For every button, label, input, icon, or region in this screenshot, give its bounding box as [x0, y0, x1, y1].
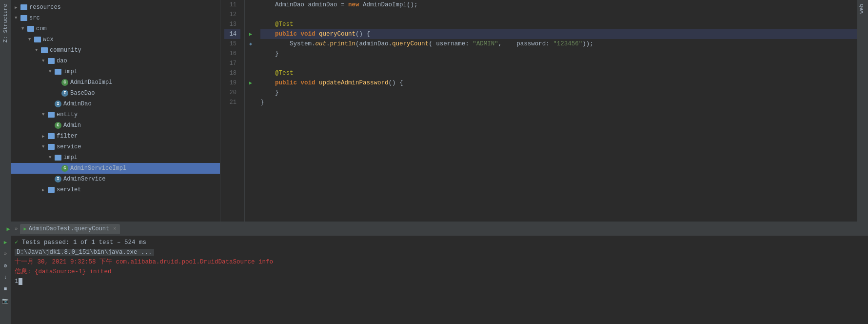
- web-strip: Web: [857, 0, 868, 222]
- interface-icon-AdminService: I: [55, 176, 61, 182]
- folder-icon-src: [20, 15, 27, 21]
- tree-item-AdminServiceImpl[interactable]: CAdminServiceImpl: [11, 163, 220, 174]
- tree-arrow-wcx[interactable]: ▼: [28, 37, 34, 42]
- tree-item-src[interactable]: ▼src: [11, 13, 220, 23]
- code-content: 1112131415161718192021 ▶◈▶ AdminDao admi…: [220, 0, 857, 222]
- log-line-1: 十一月 30, 2021 9:32:58 下午 com.alibaba.drui…: [15, 257, 864, 267]
- line-num-15: 15: [224, 39, 240, 49]
- gutter-cell-19[interactable]: ▶: [245, 78, 256, 88]
- gutter-cell-12: [245, 10, 256, 20]
- code-lines[interactable]: AdminDao adminDao = new AdminDaoImpl(); …: [256, 0, 857, 222]
- code-line-18[interactable]: @Test: [260, 68, 857, 78]
- line-num-20: 20: [224, 88, 240, 98]
- tree-label-dao: dao: [57, 58, 67, 64]
- tree-item-Admin[interactable]: CAdmin: [11, 120, 220, 131]
- class-icon-Admin: C: [55, 122, 61, 129]
- tree-item-AdminService[interactable]: IAdminService: [11, 174, 220, 184]
- run-tab-label: AdminDaoTest.queryCount: [29, 225, 110, 232]
- tree-label-AdminDaoImpl: AdminDaoImpl: [70, 79, 112, 86]
- tree-arrow-impl[interactable]: ▼: [49, 69, 55, 74]
- tree-item-filter[interactable]: ▶filter: [11, 131, 220, 142]
- tree-arrow-entity[interactable]: ▼: [42, 112, 48, 117]
- run-tab-icon: ▶: [24, 226, 27, 232]
- bottom-tool3[interactable]: ⚙: [1, 261, 10, 270]
- tree-label-Admin: Admin: [63, 122, 81, 129]
- tree-label-src: src: [29, 15, 40, 21]
- folder-icon-wcx: [34, 37, 41, 42]
- tree-arrow-service[interactable]: ▼: [42, 144, 48, 149]
- line-num-13: 13: [224, 20, 240, 29]
- web-tab[interactable]: Web: [857, 0, 866, 18]
- folder-icon-service: [48, 144, 55, 150]
- tree-item-servlet[interactable]: ▶servlet: [11, 184, 220, 195]
- bottom-content: ▶ » ⚙ ↓ ■ 📷 ✓ Tests passed: 1 of 1 test …: [0, 236, 868, 324]
- bottom-run-btn[interactable]: ▶: [1, 238, 10, 246]
- gutter-cell-21: [245, 98, 256, 107]
- tree-label-AdminServiceImpl: AdminServiceImpl: [70, 165, 126, 172]
- folder-icon-entity: [48, 112, 55, 118]
- tree-arrow-dao[interactable]: ▼: [42, 59, 48, 63]
- bottom-skip-btn[interactable]: »: [1, 249, 10, 258]
- tree-label-community: community: [50, 47, 81, 54]
- bottom-tool5[interactable]: ■: [1, 284, 10, 293]
- line-num-18: 18: [224, 68, 240, 78]
- code-editor: 1112131415161718192021 ▶◈▶ AdminDao admi…: [220, 0, 857, 222]
- code-line-14[interactable]: public void queryCount() {: [260, 29, 857, 39]
- tree-item-wcx[interactable]: ▼wcx: [11, 34, 220, 45]
- file-tree-panel: ▶resources▼src▼com▼wcx▼community▼dao▼imp…: [11, 0, 220, 222]
- tree-item-community[interactable]: ▼community: [11, 45, 220, 56]
- folder-icon-dao: [48, 58, 55, 64]
- tree-label-resources: resources: [29, 4, 61, 11]
- code-line-17[interactable]: [260, 59, 857, 68]
- log-line-2: 信息: {dataSource-1} inited: [15, 267, 864, 277]
- tree-item-AdminDaoImpl[interactable]: CAdminDaoImpl: [11, 77, 220, 88]
- tree-item-AdminDao[interactable]: IAdminDao: [11, 99, 220, 109]
- line-num-21: 21: [224, 98, 240, 107]
- tree-item-BaseDao[interactable]: IBaseDao: [11, 88, 220, 99]
- line-num-14: 14: [224, 29, 240, 39]
- bottom-tool4[interactable]: ↓: [1, 273, 10, 282]
- run-gutter-icon[interactable]: ▶: [249, 31, 252, 37]
- command-line: D:\Java\jdk1.8.0_151\bin\java.exe ...: [15, 247, 864, 257]
- tree-arrow-src[interactable]: ▼: [15, 16, 20, 20]
- code-line-13[interactable]: @Test: [260, 20, 857, 29]
- code-line-20[interactable]: }: [260, 88, 857, 98]
- result-line: 1: [15, 277, 864, 286]
- tree-arrow-community[interactable]: ▼: [35, 48, 41, 53]
- tree-arrow-filter[interactable]: ▶: [42, 134, 48, 139]
- tree-arrow-servlet[interactable]: ▶: [42, 187, 48, 193]
- line-numbers: 1112131415161718192021: [220, 0, 245, 222]
- tree-item-impl[interactable]: ▼impl: [11, 66, 220, 77]
- structure-tab[interactable]: Z: Structure: [1, 0, 10, 46]
- tree-item-entity[interactable]: ▼entity: [11, 109, 220, 120]
- gutter-cell-17: [245, 59, 256, 68]
- code-line-11[interactable]: AdminDao adminDao = new AdminDaoImpl();: [260, 0, 857, 10]
- tree-item-impl2[interactable]: ▼impl: [11, 152, 220, 163]
- code-line-15[interactable]: System.out.println(adminDao.queryCount( …: [260, 39, 857, 49]
- tree-arrow-impl2[interactable]: ▼: [49, 155, 55, 160]
- code-line-19[interactable]: public void updateAdminPassword() {: [260, 78, 857, 88]
- tree-item-com[interactable]: ▼com: [11, 23, 220, 34]
- run-tab-close[interactable]: ×: [113, 226, 116, 232]
- bottom-tool6[interactable]: 📷: [1, 296, 10, 305]
- cursor: [19, 278, 22, 285]
- code-line-12[interactable]: [260, 10, 857, 20]
- tree-item-service[interactable]: ▼service: [11, 142, 220, 152]
- folder-icon-impl: [55, 69, 61, 75]
- gutter-cell-15[interactable]: ◈: [245, 39, 256, 49]
- run-button[interactable]: ▶: [4, 224, 13, 233]
- tree-item-dao[interactable]: ▼dao: [11, 56, 220, 66]
- run-gutter-icon[interactable]: ▶: [249, 80, 252, 86]
- file-tree-content: ▶resources▼src▼com▼wcx▼community▼dao▼imp…: [11, 0, 220, 222]
- class-icon-AdminDaoImpl: C: [61, 79, 68, 86]
- skip-button[interactable]: »: [15, 226, 18, 232]
- tree-item-resources[interactable]: ▶resources: [11, 2, 220, 13]
- structure-strip: Z: Structure: [0, 0, 11, 222]
- gutter-cell-14[interactable]: ▶: [245, 29, 256, 39]
- code-line-21[interactable]: }: [260, 98, 857, 107]
- run-tab[interactable]: ▶ AdminDaoTest.queryCount ×: [20, 224, 120, 234]
- code-line-16[interactable]: }: [260, 49, 857, 59]
- tree-arrow-com[interactable]: ▼: [21, 26, 27, 31]
- tree-arrow-resources[interactable]: ▶: [15, 5, 20, 10]
- gutter: ▶◈▶: [245, 0, 256, 222]
